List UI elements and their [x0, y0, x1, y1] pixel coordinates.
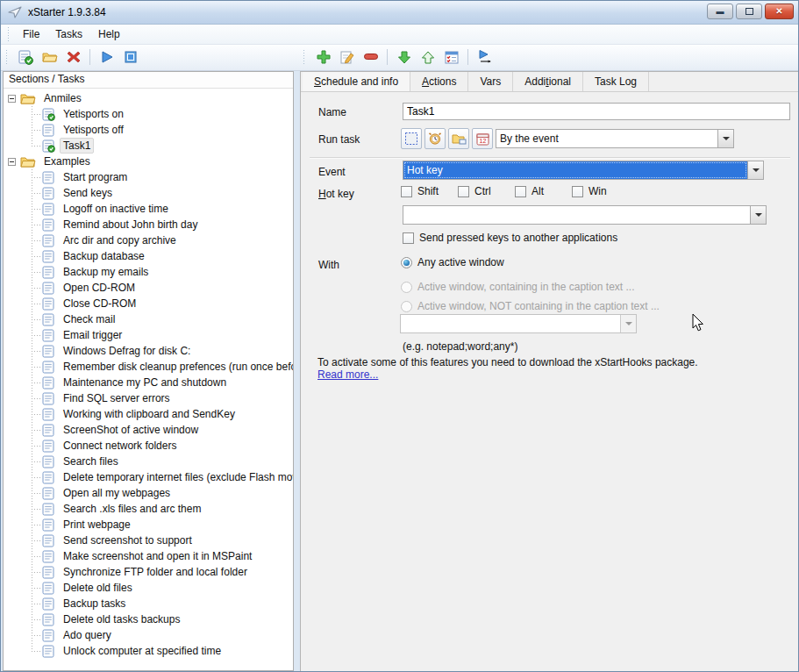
- app-icon: [8, 5, 22, 19]
- tree-task-row[interactable]: Search .xls files and arc them: [4, 501, 293, 517]
- tree-task-row[interactable]: Backup database: [4, 248, 293, 264]
- task-label: Search .xls files and arc them: [60, 501, 204, 517]
- task-label: Email trigger: [60, 327, 125, 343]
- tree-task-row[interactable]: Email trigger: [4, 327, 293, 343]
- edit-icon: [339, 50, 354, 65]
- menu-file[interactable]: File: [15, 25, 47, 43]
- event-value: Hot key: [403, 161, 747, 179]
- task-icon: [42, 392, 55, 405]
- tree-task-row[interactable]: Remind about John birth day: [4, 217, 293, 232]
- modifier-checkbox-win[interactable]: Win: [572, 185, 607, 197]
- maximize-button[interactable]: [736, 4, 762, 19]
- tree-task-row[interactable]: Synchronize FTP folder and local folder: [4, 564, 293, 580]
- menu-tasks[interactable]: Tasks: [47, 25, 90, 43]
- tree-task-row[interactable]: Make screenshot and open it in MSPaint: [4, 548, 293, 564]
- by-time-mode-button[interactable]: [424, 128, 446, 149]
- task-name-input[interactable]: [403, 103, 790, 120]
- tree-task-row[interactable]: Send keys: [4, 185, 293, 201]
- tree-task-row[interactable]: Yetisports on: [4, 106, 293, 122]
- by-file-event-mode-button[interactable]: [448, 128, 469, 149]
- tree-task-row[interactable]: Delete old files: [4, 580, 293, 596]
- tab-schedule-and-info[interactable]: Schedule and info: [303, 72, 410, 91]
- new-section-button[interactable]: [39, 46, 61, 68]
- minimize-button[interactable]: ▬: [707, 4, 733, 19]
- mouse-cursor: [692, 313, 704, 332]
- manual-run-mode-button[interactable]: [401, 128, 422, 149]
- close-button[interactable]: ✕: [765, 4, 794, 19]
- modifier-checkbox-alt[interactable]: Alt: [515, 185, 544, 197]
- tree-task-row[interactable]: Backup tasks: [4, 596, 293, 611]
- run-button[interactable]: [96, 46, 118, 68]
- by-schedule-mode-button[interactable]: 12: [472, 128, 493, 149]
- menu-help[interactable]: Help: [90, 25, 128, 43]
- new-task-icon: [18, 50, 33, 65]
- task-icon: [42, 440, 55, 453]
- toolbar-separator: [467, 49, 468, 65]
- dropdown-button[interactable]: [717, 130, 733, 147]
- tree-task-row[interactable]: Send screenshot to support: [4, 533, 293, 548]
- read-more-link[interactable]: Read more...: [317, 368, 378, 381]
- tree-task-row[interactable]: Backup my emails: [4, 264, 293, 280]
- tree-task-row[interactable]: Find SQL server errors: [4, 390, 293, 406]
- delete-button[interactable]: [62, 46, 84, 68]
- tree-task-row[interactable]: Task1: [4, 138, 293, 154]
- tree-task-row[interactable]: Delete old tasks backups: [4, 611, 293, 627]
- toolbar-separator: [387, 49, 388, 65]
- task-label: Send screenshot to support: [60, 533, 196, 548]
- modifier-checkbox-ctrl[interactable]: Ctrl: [458, 185, 491, 197]
- dropdown-button[interactable]: [747, 161, 763, 179]
- task-icon: [42, 282, 55, 295]
- event-combobox[interactable]: Hot key: [403, 161, 764, 180]
- tree-section-row[interactable]: Anmiles: [4, 90, 293, 106]
- tab-vars[interactable]: Vars: [468, 72, 513, 91]
- tree-task-row[interactable]: Yetisports off: [4, 122, 293, 138]
- tree-task-row[interactable]: Maintenance my PC and shutdown: [4, 375, 293, 390]
- modifier-checkbox-shift[interactable]: Shift: [401, 185, 439, 197]
- checkbox-icon: [401, 186, 412, 197]
- tree-task-row[interactable]: Arc dir and copy archive: [4, 232, 293, 248]
- task-log-button[interactable]: [440, 46, 462, 68]
- tab-additional[interactable]: Additional: [513, 72, 583, 91]
- tree-task-row[interactable]: Print webpage: [4, 517, 293, 533]
- tree-task-row[interactable]: Open all my webpages: [4, 485, 293, 501]
- run-mode-combobox[interactable]: By the event: [496, 129, 734, 148]
- tree-task-row[interactable]: Working with clipboard and SendKey: [4, 406, 293, 422]
- new-task-button[interactable]: [15, 46, 37, 68]
- move-up-button[interactable]: [417, 46, 439, 68]
- with-option-radio-0[interactable]: Any active window: [401, 256, 504, 268]
- tree-task-row[interactable]: Open CD-ROM: [4, 280, 293, 296]
- run-task-now-button[interactable]: [474, 46, 496, 68]
- toolbar-separator: [89, 49, 90, 65]
- tree-task-row[interactable]: Search files: [4, 454, 293, 469]
- remove-task-button[interactable]: [360, 46, 382, 68]
- panel-splitter[interactable]: [294, 71, 300, 671]
- tree-task-row[interactable]: Unlock computer at specified time: [4, 643, 293, 659]
- dropdown-button[interactable]: [750, 206, 766, 224]
- hot-key-combobox[interactable]: [403, 205, 767, 225]
- tree-task-row[interactable]: Start program: [4, 169, 293, 185]
- tree-task-row[interactable]: ScreenShot of active window: [4, 422, 293, 438]
- move-down-button[interactable]: [393, 46, 415, 68]
- send-keys-checkbox[interactable]: Send pressed keys to another application…: [403, 232, 617, 244]
- tree-task-row[interactable]: Remember disk cleanup prefences (run onc…: [4, 359, 293, 375]
- tree-task-row[interactable]: Close CD-ROM: [4, 296, 293, 311]
- tree-section-row[interactable]: Examples: [4, 154, 293, 169]
- task-icon: [42, 376, 55, 390]
- tree-task-row[interactable]: Windows Defrag for disk C:: [4, 343, 293, 359]
- tab-actions[interactable]: Actions: [410, 72, 468, 91]
- tree-task-row[interactable]: Delete temporary internet files (exclude…: [4, 469, 293, 485]
- collapse-icon[interactable]: [8, 95, 16, 103]
- stop-button[interactable]: [119, 46, 141, 68]
- tree-task-row[interactable]: Logoff on inactive time: [4, 201, 293, 217]
- tab-task-log[interactable]: Task Log: [583, 72, 649, 91]
- tree-task-row[interactable]: Ado query: [4, 627, 293, 643]
- caption-hint: (e.g. notepad;word;any*): [403, 340, 517, 353]
- add-task-button[interactable]: [312, 46, 334, 68]
- tree-task-row[interactable]: Check mail: [4, 311, 293, 327]
- tree-task-row[interactable]: Connect network folders: [4, 438, 293, 454]
- edit-task-button[interactable]: [336, 46, 358, 68]
- task-icon: [42, 503, 55, 516]
- task-enabled-icon: [42, 108, 55, 121]
- collapse-icon[interactable]: [8, 158, 16, 166]
- task-label: Yetisports off: [60, 122, 127, 138]
